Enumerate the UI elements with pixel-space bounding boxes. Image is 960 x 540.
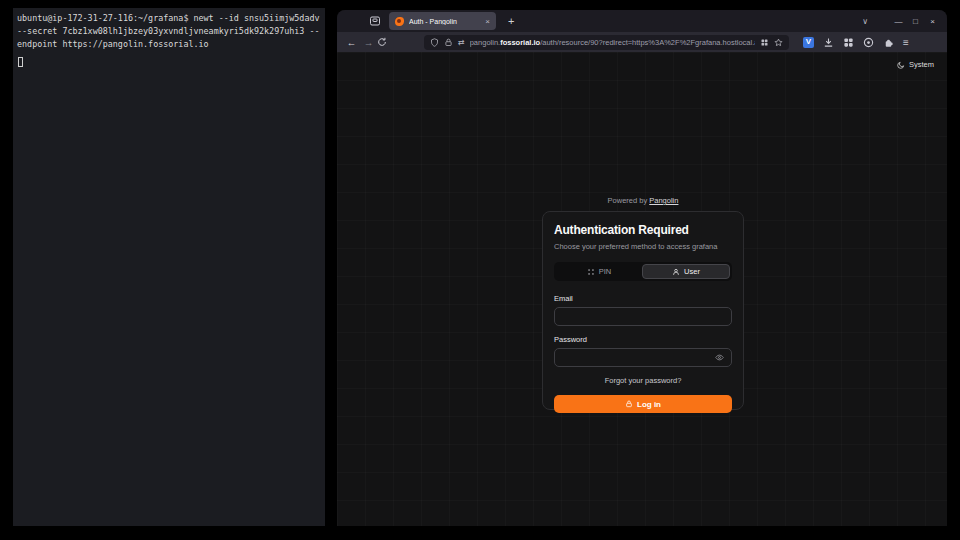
tab-user[interactable]: User xyxy=(642,264,730,279)
adblock-circle-icon[interactable] xyxy=(863,37,874,48)
extensions-puzzle-icon[interactable] xyxy=(883,37,894,48)
new-tab-button[interactable]: + xyxy=(508,16,514,27)
close-window-button[interactable]: × xyxy=(924,17,941,26)
browser-window: Auth - Pangolin × + ∨ — □ × ← → xyxy=(337,10,947,526)
lock-icon xyxy=(625,400,633,408)
shield-icon[interactable] xyxy=(430,38,439,47)
toolbar-extensions: V ≡ xyxy=(803,37,909,48)
forward-button[interactable]: → xyxy=(360,37,377,48)
firefox-view-icon[interactable] xyxy=(369,15,381,27)
theme-toggle-button[interactable]: System xyxy=(897,60,934,69)
auth-card-subtitle: Choose your preferred method to access g… xyxy=(554,242,732,251)
moon-icon xyxy=(897,61,905,69)
login-button[interactable]: Log in xyxy=(554,395,732,413)
tab-close-icon[interactable]: × xyxy=(481,17,490,26)
terminal-cursor xyxy=(18,57,23,67)
vimium-extension-icon[interactable]: V xyxy=(803,37,814,48)
email-label: Email xyxy=(554,294,732,303)
auth-method-tabs: PIN User xyxy=(554,262,732,281)
powered-by: Powered by Pangolin xyxy=(542,196,744,205)
url-bar[interactable]: ⇄ pangolin.fossorial.io/auth/resource/90… xyxy=(424,35,789,50)
back-button[interactable]: ← xyxy=(343,37,360,48)
permissions-swap-icon[interactable]: ⇄ xyxy=(458,38,465,47)
page-content: System Powered by Pangolin Authenticatio… xyxy=(337,52,947,526)
menu-hamburger-icon[interactable]: ≡ xyxy=(903,37,909,48)
email-field[interactable] xyxy=(554,307,732,326)
terminal-window[interactable]: ubuntu@ip-172-31-27-116:~/grafana$ newt … xyxy=(13,8,325,526)
navigation-bar: ← → ⇄ pangolin.fossorial.io/auth/resourc… xyxy=(337,32,947,52)
apps-grid-icon[interactable] xyxy=(843,37,854,48)
list-all-tabs-icon[interactable]: ∨ xyxy=(862,17,868,26)
tab-pin[interactable]: PIN xyxy=(556,264,642,279)
theme-toggle-label: System xyxy=(909,60,934,69)
password-label: Password xyxy=(554,335,732,344)
container-grid-icon[interactable] xyxy=(760,38,769,47)
tab-title: Auth - Pangolin xyxy=(409,18,481,25)
forgot-password-link[interactable]: Forgot your password? xyxy=(554,376,732,385)
tab-pin-label: PIN xyxy=(599,267,612,276)
reload-button[interactable] xyxy=(377,37,394,47)
minimize-button[interactable]: — xyxy=(890,17,907,26)
login-button-label: Log in xyxy=(637,400,661,409)
keypad-icon xyxy=(587,268,595,276)
tab-bar: Auth - Pangolin × + ∨ — □ × xyxy=(337,10,947,32)
user-icon xyxy=(672,268,680,276)
auth-card-title: Authentication Required xyxy=(554,223,732,238)
terminal-output: ubuntu@ip-172-31-27-116:~/grafana$ newt … xyxy=(17,12,323,51)
lock-icon[interactable] xyxy=(444,38,453,47)
pangolin-link[interactable]: Pangolin xyxy=(649,196,678,205)
show-password-eye-icon[interactable] xyxy=(715,353,724,362)
password-field[interactable] xyxy=(554,348,732,367)
browser-tab-auth-pangolin[interactable]: Auth - Pangolin × xyxy=(389,12,496,30)
maximize-button[interactable]: □ xyxy=(907,17,924,26)
pangolin-favicon-icon xyxy=(395,17,404,26)
tab-user-label: User xyxy=(684,267,700,276)
url-text[interactable]: pangolin.fossorial.io/auth/resource/90?r… xyxy=(470,38,755,47)
auth-card: Authentication Required Choose your pref… xyxy=(542,211,744,410)
downloads-icon[interactable] xyxy=(823,37,834,48)
bookmark-star-icon[interactable] xyxy=(774,38,783,47)
